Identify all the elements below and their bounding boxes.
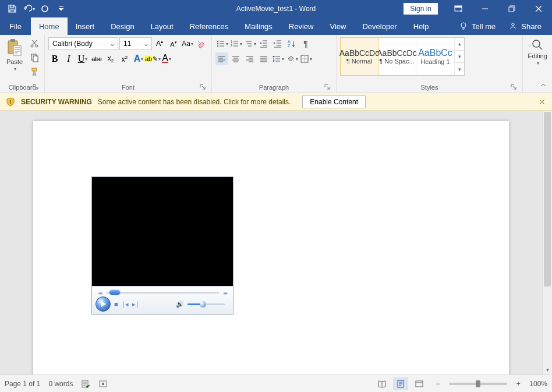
superscript-button[interactable]: x2 [118,52,131,65]
play-button[interactable] [95,296,111,312]
styles-gallery[interactable]: AaBbCcDc¶ Normal AaBbCcDc¶ No Spac... Aa… [340,37,465,76]
fast-forward-button[interactable]: ▸▸ [224,290,227,296]
tab-insert[interactable]: Insert [68,17,103,35]
next-button[interactable]: ▸∣ [132,301,139,308]
borders-button[interactable]: ▾ [299,52,312,65]
tab-file[interactable]: File [0,17,31,35]
volume-slider[interactable] [187,303,225,305]
print-layout-button[interactable] [393,377,408,390]
rewind-button[interactable]: ◂◂ [98,290,101,296]
align-left-button[interactable] [215,52,228,65]
shrink-font-button[interactable]: A▾ [167,37,180,50]
show-hide-button[interactable]: ¶ [299,37,312,50]
macro-status[interactable] [98,379,108,389]
ribbon-display-options-button[interactable] [445,0,472,17]
style-no-spacing[interactable]: AaBbCcDc¶ No Spac... [378,38,416,75]
stop-button[interactable]: ■ [114,301,118,308]
numbering-button[interactable]: 123▾ [229,37,242,50]
maximize-button[interactable] [498,0,525,17]
zoom-out-button[interactable]: − [430,377,445,390]
web-layout-button[interactable] [412,377,427,390]
clipboard-dialog-launcher[interactable] [31,83,40,91]
security-warning-text[interactable]: Some active content has been disabled. C… [98,98,291,106]
redo-button[interactable] [37,2,52,16]
zoom-thumb[interactable] [476,380,480,387]
video-surface[interactable] [92,177,233,286]
seek-thumb[interactable] [109,290,120,295]
underline-button[interactable]: U▾ [76,52,89,65]
tab-help[interactable]: Help [405,17,437,35]
tab-review[interactable]: Review [281,17,322,35]
document-scroll[interactable]: ◂◂ ▸▸ ■ ∣◂ ▸∣ 🔊 [0,111,542,375]
enable-content-button[interactable]: Enable Content [302,96,366,108]
tab-home[interactable]: Home [31,17,68,35]
messagebar-close-button[interactable] [537,97,547,107]
zoom-in-button[interactable]: + [511,377,526,390]
subscript-button[interactable]: x2 [104,52,117,65]
zoom-slider[interactable] [449,383,507,385]
tab-view[interactable]: View [321,17,354,35]
shading-button[interactable]: ▾ [285,52,298,65]
qat-customize-button[interactable] [54,2,69,16]
styles-dialog-launcher[interactable] [509,83,518,91]
minimize-button[interactable] [472,0,498,17]
vertical-scrollbar[interactable]: ▴ ▾ [542,111,552,375]
align-center-button[interactable] [229,52,242,65]
styles-scroll-down[interactable]: ▾ [455,50,464,63]
style-normal[interactable]: AaBbCcDc¶ Normal [340,37,378,76]
styles-expand[interactable]: ▾ [455,62,464,75]
sign-in-button[interactable]: Sign in [404,3,438,15]
save-button[interactable] [5,2,20,16]
increase-indent-button[interactable] [271,37,284,50]
tab-references[interactable]: References [182,17,236,35]
activemovie-control[interactable]: ◂◂ ▸▸ ■ ∣◂ ▸∣ 🔊 [91,176,233,315]
paste-button[interactable]: Paste ▾ [3,37,26,83]
styles-scroll-up[interactable]: ▴ [455,38,464,50]
zoom-level[interactable]: 100% [529,380,547,388]
tab-developer[interactable]: Developer [354,17,405,35]
paragraph-dialog-launcher[interactable] [323,83,331,91]
change-case-button[interactable]: Aa▾ [181,37,194,50]
scroll-down-button[interactable]: ▾ [543,365,552,375]
cut-button[interactable] [28,37,41,50]
decrease-indent-button[interactable] [257,37,270,50]
bullets-button[interactable]: ▾ [215,37,228,50]
tell-me-search[interactable]: Tell me [454,22,500,31]
clear-formatting-button[interactable] [195,37,208,50]
grow-font-button[interactable]: A▴ [153,37,166,50]
editing-button[interactable]: Editing ▾ [526,37,549,83]
tab-mailings[interactable]: Mailings [236,17,281,35]
previous-button[interactable]: ∣◂ [122,301,129,308]
tab-design[interactable]: Design [102,17,142,35]
sort-button[interactable]: AZ [285,37,298,50]
scroll-thumb[interactable] [544,112,551,287]
seek-bar[interactable]: ◂◂ ▸▸ [97,290,228,295]
strikethrough-button[interactable]: abc [90,52,103,65]
style-heading-1[interactable]: AaBbCcHeading 1 [416,38,455,75]
tab-layout[interactable]: Layout [143,17,182,35]
undo-button[interactable]: ▾ [21,2,36,16]
close-button[interactable] [525,0,552,17]
format-painter-button[interactable] [28,65,41,78]
font-color-button[interactable]: A▾ [160,52,173,65]
align-right-button[interactable] [243,52,256,65]
page-number-status[interactable]: Page 1 of 1 [5,380,40,388]
highlight-button[interactable]: ab✎▾ [146,52,159,65]
volume-thumb[interactable] [200,301,206,308]
proofing-status[interactable] [81,379,90,389]
font-name-combo[interactable]: Calibri (Body⌄ [48,37,118,50]
text-effects-button[interactable]: A▾ [132,52,145,65]
justify-button[interactable] [257,52,270,65]
share-button[interactable]: Share [504,22,546,31]
word-count-status[interactable]: 0 words [48,380,73,388]
bold-button[interactable]: B [48,52,61,65]
copy-button[interactable] [28,51,41,64]
italic-button[interactable]: I [62,52,75,65]
multilevel-list-button[interactable]: ▾ [243,37,256,50]
font-size-combo[interactable]: 11⌄ [119,37,152,50]
page[interactable]: ◂◂ ▸▸ ■ ∣◂ ▸∣ 🔊 [33,121,509,375]
seek-track[interactable] [106,292,219,294]
line-spacing-button[interactable]: ▾ [271,52,284,65]
read-mode-button[interactable] [374,377,390,390]
font-dialog-launcher[interactable] [199,83,207,91]
